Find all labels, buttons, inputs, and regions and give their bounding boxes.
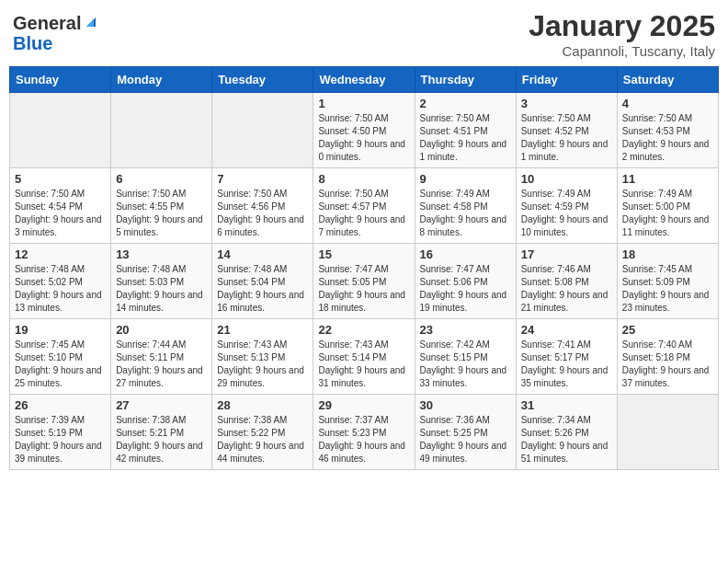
day-info: Sunrise: 7:43 AM Sunset: 5:13 PM Dayligh… — [217, 339, 308, 390]
calendar-week-row: 19Sunrise: 7:45 AM Sunset: 5:10 PM Dayli… — [10, 319, 719, 395]
day-number: 20 — [116, 323, 207, 337]
day-info: Sunrise: 7:50 AM Sunset: 4:53 PM Dayligh… — [622, 112, 713, 164]
day-info: Sunrise: 7:49 AM Sunset: 4:58 PM Dayligh… — [420, 188, 511, 239]
calendar-day-cell: 25Sunrise: 7:40 AM Sunset: 5:18 PM Dayli… — [617, 319, 718, 395]
day-info: Sunrise: 7:50 AM Sunset: 4:52 PM Dayligh… — [521, 112, 612, 164]
calendar-header-row: SundayMondayTuesdayWednesdayThursdayFrid… — [10, 67, 719, 93]
calendar-day-cell: 14Sunrise: 7:48 AM Sunset: 5:04 PM Dayli… — [212, 244, 313, 319]
header-day-monday: Monday — [111, 67, 212, 93]
day-number: 28 — [217, 398, 308, 412]
day-number: 21 — [217, 323, 308, 337]
day-info: Sunrise: 7:48 AM Sunset: 5:02 PM Dayligh… — [15, 263, 106, 315]
day-info: Sunrise: 7:48 AM Sunset: 5:04 PM Dayligh… — [217, 263, 308, 315]
calendar-day-cell: 12Sunrise: 7:48 AM Sunset: 5:02 PM Dayli… — [10, 244, 111, 319]
header-day-tuesday: Tuesday — [212, 67, 313, 93]
day-number: 23 — [420, 323, 511, 337]
calendar-day-cell: 6Sunrise: 7:50 AM Sunset: 4:55 PM Daylig… — [111, 168, 212, 244]
day-number: 10 — [521, 172, 612, 186]
day-number: 8 — [318, 172, 409, 186]
calendar-day-cell: 4Sunrise: 7:50 AM Sunset: 4:53 PM Daylig… — [617, 93, 718, 168]
day-number: 12 — [15, 247, 106, 261]
day-number: 19 — [15, 323, 106, 337]
day-info: Sunrise: 7:38 AM Sunset: 5:22 PM Dayligh… — [217, 414, 308, 465]
day-info: Sunrise: 7:36 AM Sunset: 5:25 PM Dayligh… — [420, 414, 511, 465]
day-info: Sunrise: 7:40 AM Sunset: 5:18 PM Dayligh… — [622, 339, 713, 390]
calendar-week-row: 1Sunrise: 7:50 AM Sunset: 4:50 PM Daylig… — [10, 93, 719, 168]
calendar-day-cell: 9Sunrise: 7:49 AM Sunset: 4:58 PM Daylig… — [415, 168, 516, 244]
day-number: 14 — [217, 247, 308, 261]
calendar-day-cell: 13Sunrise: 7:48 AM Sunset: 5:03 PM Dayli… — [111, 244, 212, 319]
day-number: 5 — [15, 172, 106, 186]
day-number: 13 — [116, 247, 207, 261]
day-info: Sunrise: 7:49 AM Sunset: 4:59 PM Dayligh… — [521, 188, 612, 239]
calendar-day-cell: 2Sunrise: 7:50 AM Sunset: 4:51 PM Daylig… — [415, 93, 516, 168]
calendar-week-row: 26Sunrise: 7:39 AM Sunset: 5:19 PM Dayli… — [10, 395, 719, 470]
day-number: 17 — [521, 247, 612, 261]
day-number: 2 — [420, 97, 511, 110]
day-number: 18 — [622, 247, 713, 261]
day-info: Sunrise: 7:45 AM Sunset: 5:09 PM Dayligh… — [622, 263, 713, 315]
header-day-friday: Friday — [516, 67, 617, 93]
calendar-subtitle: Capannoli, Tuscany, Italy — [529, 43, 715, 59]
calendar-day-cell: 29Sunrise: 7:37 AM Sunset: 5:23 PM Dayli… — [313, 395, 415, 470]
day-number: 7 — [217, 172, 308, 186]
calendar-day-cell: 1Sunrise: 7:50 AM Sunset: 4:50 PM Daylig… — [313, 93, 415, 168]
day-info: Sunrise: 7:48 AM Sunset: 5:03 PM Dayligh… — [116, 263, 207, 315]
title-block: January 2025 Capannoli, Tuscany, Italy — [529, 9, 715, 59]
calendar-day-cell — [212, 93, 313, 168]
day-number: 1 — [318, 97, 409, 110]
logo-icon — [83, 14, 99, 30]
day-number: 15 — [318, 247, 409, 261]
calendar-day-cell: 5Sunrise: 7:50 AM Sunset: 4:54 PM Daylig… — [10, 168, 111, 244]
day-number: 16 — [420, 247, 511, 261]
day-info: Sunrise: 7:49 AM Sunset: 5:00 PM Dayligh… — [622, 188, 713, 239]
calendar-table: SundayMondayTuesdayWednesdayThursdayFrid… — [9, 66, 719, 470]
calendar-day-cell: 26Sunrise: 7:39 AM Sunset: 5:19 PM Dayli… — [10, 395, 111, 470]
day-number: 6 — [116, 172, 207, 186]
calendar-day-cell: 30Sunrise: 7:36 AM Sunset: 5:25 PM Dayli… — [415, 395, 516, 470]
svg-marker-1 — [86, 19, 94, 27]
calendar-day-cell: 3Sunrise: 7:50 AM Sunset: 4:52 PM Daylig… — [516, 93, 617, 168]
calendar-day-cell: 31Sunrise: 7:34 AM Sunset: 5:26 PM Dayli… — [516, 395, 617, 470]
day-number: 4 — [622, 97, 713, 110]
day-number: 9 — [420, 172, 511, 186]
header-day-saturday: Saturday — [617, 67, 718, 93]
day-number: 24 — [521, 323, 612, 337]
day-number: 29 — [318, 398, 409, 412]
calendar-day-cell: 22Sunrise: 7:43 AM Sunset: 5:14 PM Dayli… — [313, 319, 415, 395]
calendar-week-row: 5Sunrise: 7:50 AM Sunset: 4:54 PM Daylig… — [10, 168, 719, 244]
day-number: 11 — [622, 172, 713, 186]
calendar-day-cell: 28Sunrise: 7:38 AM Sunset: 5:22 PM Dayli… — [212, 395, 313, 470]
header-day-wednesday: Wednesday — [313, 67, 415, 93]
header-day-sunday: Sunday — [10, 67, 111, 93]
header-day-thursday: Thursday — [415, 67, 516, 93]
calendar-day-cell: 17Sunrise: 7:46 AM Sunset: 5:08 PM Dayli… — [516, 244, 617, 319]
calendar-day-cell: 24Sunrise: 7:41 AM Sunset: 5:17 PM Dayli… — [516, 319, 617, 395]
day-info: Sunrise: 7:38 AM Sunset: 5:21 PM Dayligh… — [116, 414, 207, 465]
day-info: Sunrise: 7:44 AM Sunset: 5:11 PM Dayligh… — [116, 339, 207, 390]
day-info: Sunrise: 7:42 AM Sunset: 5:15 PM Dayligh… — [420, 339, 511, 390]
calendar-title: January 2025 — [529, 9, 715, 43]
logo: General Blue — [13, 13, 99, 53]
calendar-day-cell: 23Sunrise: 7:42 AM Sunset: 5:15 PM Dayli… — [415, 319, 516, 395]
day-number: 27 — [116, 398, 207, 412]
calendar-day-cell: 21Sunrise: 7:43 AM Sunset: 5:13 PM Dayli… — [212, 319, 313, 395]
calendar-day-cell — [617, 395, 718, 470]
calendar-day-cell: 8Sunrise: 7:50 AM Sunset: 4:57 PM Daylig… — [313, 168, 415, 244]
day-info: Sunrise: 7:39 AM Sunset: 5:19 PM Dayligh… — [15, 414, 106, 465]
calendar-day-cell: 11Sunrise: 7:49 AM Sunset: 5:00 PM Dayli… — [617, 168, 718, 244]
day-number: 30 — [420, 398, 511, 412]
day-number: 31 — [521, 398, 612, 412]
calendar-day-cell — [10, 93, 111, 168]
day-info: Sunrise: 7:50 AM Sunset: 4:50 PM Dayligh… — [318, 112, 409, 164]
calendar-day-cell: 18Sunrise: 7:45 AM Sunset: 5:09 PM Dayli… — [617, 244, 718, 319]
calendar-day-cell — [111, 93, 212, 168]
day-info: Sunrise: 7:37 AM Sunset: 5:23 PM Dayligh… — [318, 414, 409, 465]
calendar-week-row: 12Sunrise: 7:48 AM Sunset: 5:02 PM Dayli… — [10, 244, 719, 319]
header: General Blue January 2025 Capannoli, Tus… — [9, 9, 719, 59]
calendar-day-cell: 7Sunrise: 7:50 AM Sunset: 4:56 PM Daylig… — [212, 168, 313, 244]
day-info: Sunrise: 7:50 AM Sunset: 4:54 PM Dayligh… — [15, 188, 106, 239]
day-info: Sunrise: 7:50 AM Sunset: 4:57 PM Dayligh… — [318, 188, 409, 239]
calendar-day-cell: 20Sunrise: 7:44 AM Sunset: 5:11 PM Dayli… — [111, 319, 212, 395]
calendar-day-cell: 15Sunrise: 7:47 AM Sunset: 5:05 PM Dayli… — [313, 244, 415, 319]
